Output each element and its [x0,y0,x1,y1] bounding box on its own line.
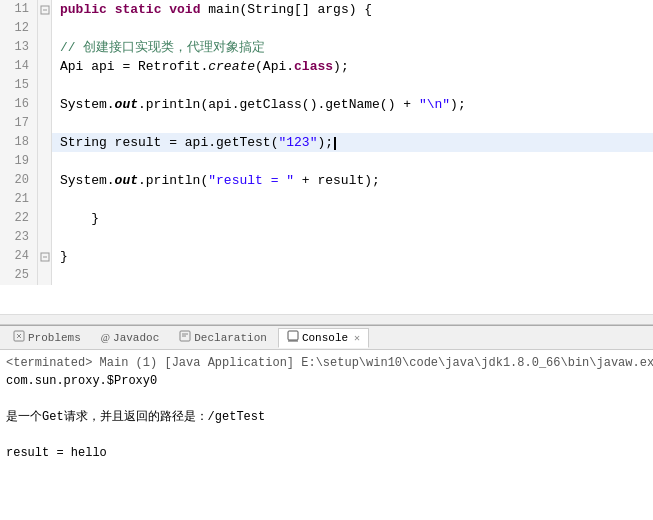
console-output: <terminated> Main (1) [Java Application]… [0,350,653,520]
fold-indicator[interactable] [38,57,52,76]
line-content: System.out.println(api.getClass().getNam… [52,95,466,114]
declaration-tab-label: Declaration [194,332,267,344]
line-number: 12 [0,19,38,38]
code-token: String result = api.getTest( [60,135,278,150]
code-token: ); [317,135,333,150]
code-line: 14Api api = Retrofit.create(Api.class); [0,57,653,76]
line-content [52,114,60,133]
code-line: 23 [0,228,653,247]
code-token: .println( [138,173,208,188]
code-lines: 11public static void main(String[] args)… [0,0,653,314]
line-content: System.out.println("result = " + result)… [52,171,380,190]
line-content: // 创建接口实现类，代理对象搞定 [52,38,265,57]
code-token: // 创建接口实现类，代理对象搞定 [60,40,265,55]
line-content [52,152,60,171]
text-cursor [334,137,336,150]
line-number: 16 [0,95,38,114]
code-line: 24} [0,247,653,266]
code-line: 22 } [0,209,653,228]
console-tab-label: Console [302,332,348,344]
code-line: 21 [0,190,653,209]
fold-indicator[interactable] [38,114,52,133]
code-token: static [115,2,162,17]
fold-indicator[interactable] [38,152,52,171]
code-line: 13// 创建接口实现类，代理对象搞定 [0,38,653,57]
code-token: Api api = Retrofit. [60,59,208,74]
line-number: 21 [0,190,38,209]
code-token: "123" [278,135,317,150]
javadoc-tab-icon: @ [101,332,110,343]
code-line: 11public static void main(String[] args)… [0,0,653,19]
tab-javadoc[interactable]: @Javadoc [92,328,168,348]
line-content: } [52,209,99,228]
fold-indicator[interactable] [38,19,52,38]
code-line: 19 [0,152,653,171]
code-line: 20System.out.println("result = " + resul… [0,171,653,190]
console-line: 是一个Get请求，并且返回的路径是：/getTest [6,408,647,426]
code-token: + result); [294,173,380,188]
line-number: 13 [0,38,38,57]
fold-indicator[interactable] [38,266,52,285]
fold-indicator[interactable] [38,38,52,57]
code-token: } [60,249,68,264]
fold-indicator[interactable] [38,209,52,228]
line-number: 25 [0,266,38,285]
code-line: 18String result = api.getTest("123"); [0,133,653,152]
javadoc-tab-label: Javadoc [113,332,159,344]
fold-indicator[interactable] [38,133,52,152]
line-content: public static void main(String[] args) { [52,0,372,19]
tab-bar: Problems@JavadocDeclarationConsole✕ [0,326,653,350]
line-content: } [52,247,68,266]
fold-indicator[interactable] [38,171,52,190]
code-token: create [208,59,255,74]
line-content [52,19,60,38]
code-token: main(String[] args) { [208,2,372,17]
code-token: System. [60,173,115,188]
code-token: out [115,173,138,188]
line-content: Api api = Retrofit.create(Api.class); [52,57,349,76]
code-line: 15 [0,76,653,95]
fold-indicator[interactable] [38,190,52,209]
console-line: result = hello [6,444,647,462]
horizontal-scrollbar[interactable] [0,314,653,324]
tab-problems[interactable]: Problems [4,328,90,348]
bottom-panel: Problems@JavadocDeclarationConsole✕ <ter… [0,325,653,520]
code-line: 12 [0,19,653,38]
line-number: 14 [0,57,38,76]
fold-indicator[interactable] [38,0,52,19]
line-number: 18 [0,133,38,152]
tab-close-icon[interactable]: ✕ [354,332,360,344]
problems-tab-icon [13,330,25,345]
fold-indicator[interactable] [38,228,52,247]
tab-declaration[interactable]: Declaration [170,328,276,348]
line-number: 22 [0,209,38,228]
fold-indicator[interactable] [38,76,52,95]
line-number: 24 [0,247,38,266]
code-token: out [115,97,138,112]
line-content: String result = api.getTest("123"); [52,133,336,152]
console-tab-icon [287,330,299,345]
line-number: 19 [0,152,38,171]
code-token: .println(api.getClass().getName() + [138,97,419,112]
line-number: 15 [0,76,38,95]
fold-indicator[interactable] [38,95,52,114]
svg-rect-10 [288,331,298,340]
code-line: 16System.out.println(api.getClass().getN… [0,95,653,114]
code-line: 17 [0,114,653,133]
console-line [6,426,647,444]
code-token: void [169,2,200,17]
code-token: System. [60,97,115,112]
console-line: com.sun.proxy.$Proxy0 [6,372,647,390]
code-line: 25 [0,266,653,285]
fold-indicator[interactable] [38,247,52,266]
code-token: (Api. [255,59,294,74]
code-token: } [60,211,99,226]
declaration-tab-icon [179,330,191,345]
tab-console[interactable]: Console✕ [278,328,369,348]
code-token: ); [450,97,466,112]
problems-tab-label: Problems [28,332,81,344]
console-terminated-line: <terminated> Main (1) [Java Application]… [6,354,647,372]
code-token: public [60,2,107,17]
line-number: 20 [0,171,38,190]
code-token: ); [333,59,349,74]
